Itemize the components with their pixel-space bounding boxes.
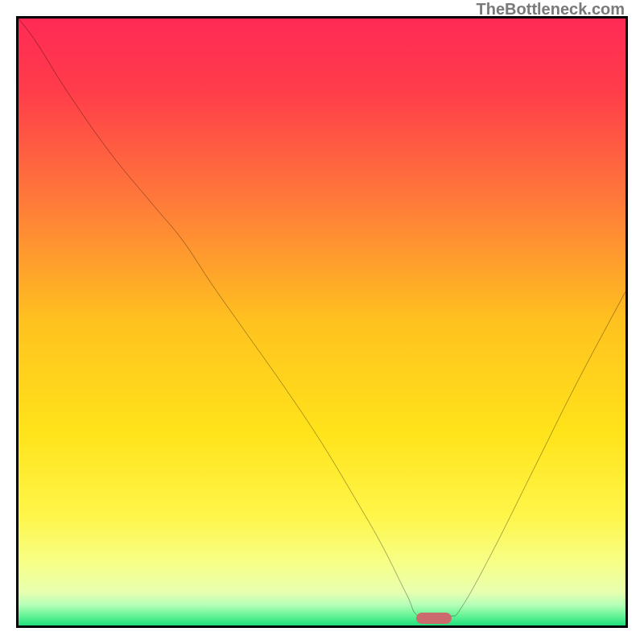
plot-area — [16, 16, 628, 628]
chart-container: TheBottleneck.com — [0, 0, 644, 644]
bottleneck-curve — [19, 19, 625, 618]
curve-layer — [19, 19, 625, 625]
optimum-marker — [416, 613, 452, 624]
